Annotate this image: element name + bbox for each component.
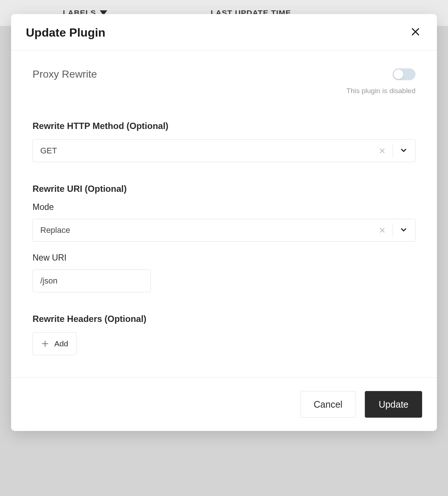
toggle-wrap: This plugin is disabled <box>346 68 415 95</box>
http-method-value: GET <box>40 146 379 156</box>
update-plugin-modal: Update Plugin Proxy Rewrite This plugin … <box>11 14 437 431</box>
http-method-chevron <box>400 146 408 156</box>
plus-icon <box>41 340 49 348</box>
clear-x-icon <box>379 227 386 234</box>
modal-header: Update Plugin <box>11 14 437 51</box>
mode-clear-button[interactable] <box>379 227 386 234</box>
mode-chevron <box>400 225 408 235</box>
mode-label: Mode <box>33 202 415 212</box>
http-method-section: Rewrite HTTP Method (Optional) GET <box>33 121 415 162</box>
cancel-button[interactable]: Cancel <box>300 391 356 418</box>
add-button-label: Add <box>54 339 68 348</box>
plugin-header-row: Proxy Rewrite This plugin is disabled <box>33 68 415 95</box>
modal-overlay: Update Plugin Proxy Rewrite This plugin … <box>0 0 448 496</box>
plugin-name: Proxy Rewrite <box>33 68 97 80</box>
close-button[interactable] <box>409 25 422 40</box>
cancel-button-label: Cancel <box>314 399 343 410</box>
close-icon <box>410 27 421 37</box>
new-uri-label: New URI <box>33 253 415 263</box>
toggle-knob <box>394 69 403 79</box>
uri-section-label: Rewrite URI (Optional) <box>33 184 415 194</box>
chevron-down-icon <box>400 146 408 154</box>
http-method-select[interactable]: GET <box>33 139 415 162</box>
new-uri-input[interactable] <box>33 269 151 292</box>
mode-value: Replace <box>40 225 379 235</box>
headers-label: Rewrite Headers (Optional) <box>33 314 415 324</box>
select-divider <box>393 224 393 237</box>
add-header-button[interactable]: Add <box>33 332 77 355</box>
http-method-label: Rewrite HTTP Method (Optional) <box>33 121 415 131</box>
modal-footer: Cancel Update <box>11 377 437 431</box>
mode-select[interactable]: Replace <box>33 219 415 242</box>
clear-x-icon <box>379 147 386 154</box>
update-button-label: Update <box>379 399 408 410</box>
select-divider <box>393 144 393 157</box>
toggle-status-text: This plugin is disabled <box>346 87 415 95</box>
uri-section: Rewrite URI (Optional) Mode Replace <box>33 184 415 292</box>
update-button[interactable]: Update <box>365 391 422 418</box>
plugin-enable-toggle[interactable] <box>393 68 415 80</box>
http-method-clear-button[interactable] <box>379 147 386 154</box>
headers-section: Rewrite Headers (Optional) Add <box>33 314 415 355</box>
modal-body: Proxy Rewrite This plugin is disabled Re… <box>11 51 437 377</box>
chevron-down-icon <box>400 225 408 234</box>
modal-title: Update Plugin <box>26 26 105 40</box>
